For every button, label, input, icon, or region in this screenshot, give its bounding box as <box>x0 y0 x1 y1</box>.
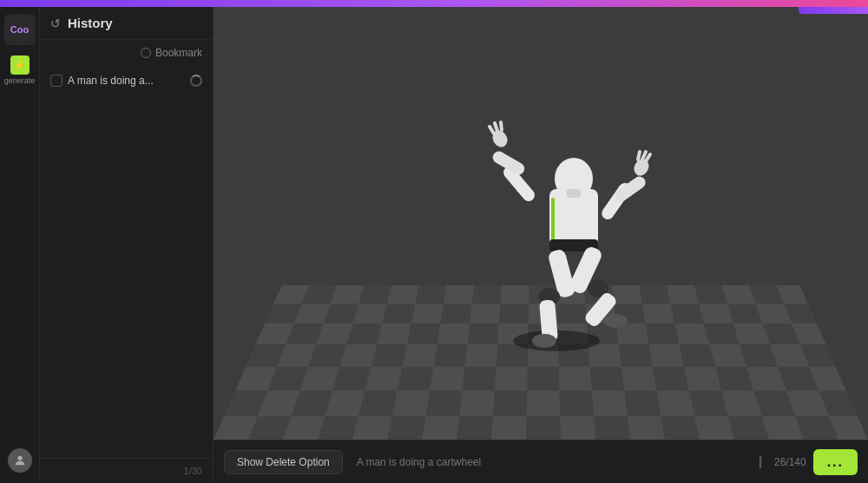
user-avatar[interactable] <box>8 448 32 473</box>
history-header: ↺ History <box>40 7 213 40</box>
rfinger3 <box>638 152 640 160</box>
bookmark-circle-icon <box>141 48 151 58</box>
rfinger1 <box>646 154 650 161</box>
item-checkbox[interactable] <box>50 75 62 87</box>
nav-sidebar: Coo ⚡ generate <box>0 7 40 483</box>
history-pagination: 1/30 <box>40 458 213 483</box>
history-title: History <box>68 16 113 30</box>
bookmark-row: Bookmark <box>40 40 213 66</box>
show-delete-option-button[interactable]: Show Delete Option <box>224 450 343 474</box>
generate-nav-item[interactable]: ⚡ generate <box>4 52 36 88</box>
corner-decoration <box>799 7 868 14</box>
bookmark-label: Bookmark <box>155 47 202 59</box>
generate-icon: ⚡ <box>10 55 30 75</box>
torso-stripe <box>551 198 555 241</box>
cursor-indicator: ▎ <box>760 456 767 468</box>
loading-spinner-icon <box>190 75 202 87</box>
history-panel: ↺ History Bookmark A man is doing a... 1… <box>40 7 214 483</box>
robot-svg <box>487 85 661 362</box>
neck <box>567 189 581 198</box>
item-label: A man is doing a... <box>68 75 185 87</box>
robot-figure <box>487 85 661 362</box>
finger3 <box>501 122 502 130</box>
main-layout: Coo ⚡ generate ↺ History Bookmark <box>0 7 868 483</box>
finger1 <box>490 127 494 134</box>
content-area: Show Delete Option A man is doing a cart… <box>214 7 868 483</box>
left-boot <box>532 334 556 348</box>
prompt-text: A man is doing a cartwheel <box>350 456 753 468</box>
finger2 <box>495 123 497 131</box>
more-options-button[interactable]: ... <box>813 449 858 475</box>
bookmark-button[interactable]: Bookmark <box>141 47 202 59</box>
frame-counter: 26/140 <box>774 456 806 468</box>
top-bar <box>0 0 868 7</box>
history-icon: ↺ <box>50 16 61 30</box>
app-logo[interactable]: Coo <box>4 14 36 45</box>
3d-viewport[interactable] <box>214 7 868 440</box>
generate-label: generate <box>4 76 36 85</box>
history-item[interactable]: A man is doing a... <box>40 69 213 92</box>
history-items-list: A man is doing a... <box>40 66 213 458</box>
right-boot <box>603 314 628 328</box>
svg-point-0 <box>17 456 22 460</box>
rfinger2 <box>642 152 646 160</box>
bottom-bar: Show Delete Option A man is doing a cart… <box>214 440 868 483</box>
